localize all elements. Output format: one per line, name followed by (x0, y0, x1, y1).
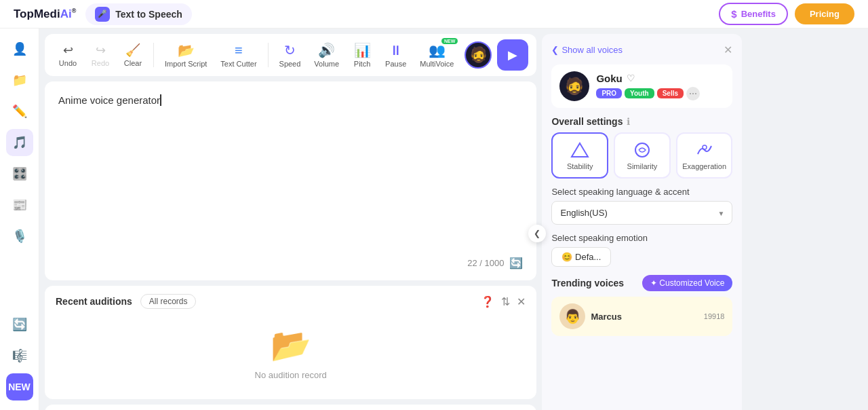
recent-auditions-panel: Recent auditions All records ❓ ⇅ ✕ 📂 No … (45, 286, 536, 399)
sidebar-item-folder[interactable]: 📁 (6, 67, 33, 94)
text-editor: Anime voice generator 22 / 1000 🔄 (45, 81, 536, 280)
voice-avatar-btn[interactable]: 🧔 (465, 41, 492, 69)
undo-button[interactable]: ↩ Undo (53, 40, 83, 70)
badge-more[interactable]: ⋯ (686, 87, 700, 100)
voice-name: Goku (596, 73, 622, 84)
settings-help-icon[interactable]: ℹ (627, 116, 630, 127)
toolbar: ↩ Undo ↪ Redo 🧹 Clear 📂 Import Script ≡ … (45, 34, 536, 76)
close-right-panel-icon[interactable]: ✕ (724, 43, 732, 56)
editor-text[interactable]: Anime voice generator (58, 92, 523, 251)
badge-pro: PRO (596, 88, 622, 98)
pitch-button[interactable]: 📊 Pitch (347, 39, 377, 71)
emotion-section-label: Select speaking emotion (551, 233, 732, 243)
sidebar-item-notes[interactable]: 🎼 (6, 342, 33, 369)
customized-voice-button[interactable]: ✦ Customized Voice (642, 275, 732, 291)
language-section-label: Select speaking language & accent (551, 187, 732, 197)
play-button[interactable]: ▶ (497, 39, 528, 71)
empty-folder-icon: 📂 (271, 327, 311, 365)
language-select[interactable]: English(US) (551, 201, 732, 225)
trending-title: Trending voices (551, 278, 624, 288)
char-count: 22 / 1000 (467, 258, 504, 268)
bottom-bar: 👥 ♡ 🕐 👍 📊 Remaining character(s): 5000 T… (45, 405, 536, 410)
sidebar-item-news[interactable]: 📰 (6, 191, 33, 219)
app-title[interactable]: 🎤 Text to Speech (85, 3, 192, 25)
trending-avatar: 👨 (559, 303, 585, 329)
pause-button[interactable]: ⏸ Pause (380, 40, 412, 71)
empty-auditions-text: No audition record (255, 370, 327, 380)
logo: TopMediAi® (14, 7, 76, 21)
sidebar-item-profile[interactable]: 👤 (6, 35, 33, 62)
svg-marker-0 (572, 143, 588, 157)
redo-button[interactable]: ↪ Redo (85, 40, 115, 70)
stability-label: Stability (567, 162, 593, 170)
badge-youth: Youth (625, 88, 654, 98)
badge-sells: Sells (657, 88, 684, 98)
speed-button[interactable]: ↻ Speed (274, 39, 307, 71)
exaggeration-label: Exaggeration (682, 162, 726, 170)
sidebar-item-tts[interactable]: 🎵 (6, 129, 33, 156)
exaggeration-setting[interactable]: Exaggeration (676, 132, 733, 179)
similarity-setting[interactable]: Similarity (614, 132, 671, 179)
sidebar-item-mic[interactable]: 🎙️ (6, 223, 33, 250)
settings-title: Overall settings (551, 116, 623, 127)
sidebar: 👤 📁 ✏️ 🎵 🎛️ 📰 🎙️ 🔄 🎼 NEW ⚙️ (0, 29, 39, 410)
show-all-voices-link[interactable]: ❮ Show all voices (551, 45, 623, 55)
sidebar-item-new[interactable]: NEW (6, 373, 33, 400)
import-script-button[interactable]: 📂 Import Script (159, 39, 212, 71)
all-records-button[interactable]: All records (140, 294, 197, 309)
similarity-label: Similarity (627, 162, 658, 170)
help-icon[interactable]: ❓ (481, 295, 494, 308)
empty-auditions-state: 📂 No audition record (56, 316, 526, 391)
svg-point-1 (635, 143, 649, 157)
clear-button[interactable]: 🧹 Clear (118, 40, 148, 70)
pricing-button[interactable]: Pricing (795, 3, 854, 24)
stability-setting[interactable]: Stability (551, 132, 608, 179)
trending-voice-item[interactable]: 👨 Marcus 19918 (551, 297, 732, 336)
voice-card: 🧔 Goku ♡ PRO Youth Sells ⋯ (551, 64, 732, 108)
multivoice-button[interactable]: NEW 👥 MultiVoice (414, 39, 459, 71)
refresh-icon[interactable]: 🔄 (509, 257, 523, 269)
svg-point-2 (703, 145, 707, 149)
close-auditions-icon[interactable]: ✕ (517, 295, 526, 308)
sort-icon[interactable]: ⇅ (501, 295, 510, 308)
collapse-panel-toggle[interactable]: ❮ (528, 225, 546, 242)
recent-title: Recent auditions (56, 296, 132, 307)
emotion-button[interactable]: 😊 Defa... (551, 247, 611, 267)
right-panel: ❮ Show all voices ✕ 🧔 Goku ♡ PRO Youth S… (542, 34, 742, 410)
benefits-button[interactable]: $ Benefits (719, 3, 788, 25)
voice-heart-icon[interactable]: ♡ (627, 73, 635, 83)
volume-button[interactable]: 🔊 Volume (309, 39, 344, 71)
voice-avatar[interactable]: 🧔 (559, 71, 589, 101)
text-cutter-button[interactable]: ≡ Text Cutter (215, 40, 262, 71)
sidebar-item-refresh[interactable]: 🔄 (6, 311, 33, 338)
trending-voice-count: 19918 (704, 312, 725, 320)
sidebar-item-edit[interactable]: ✏️ (6, 98, 33, 125)
sidebar-item-settings[interactable]: ⚙️ (6, 405, 33, 410)
trending-voice-name: Marcus (591, 312, 622, 322)
sidebar-item-music[interactable]: 🎛️ (6, 160, 33, 187)
